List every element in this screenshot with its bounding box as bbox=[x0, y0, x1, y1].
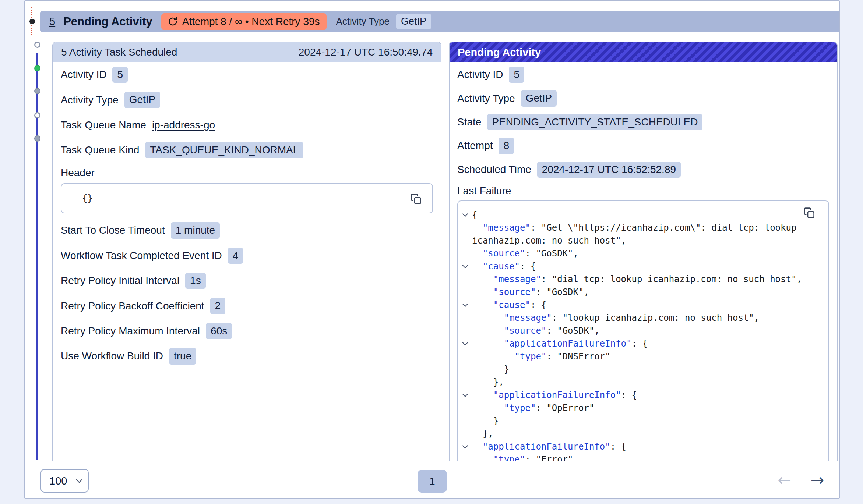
field-label: Attempt bbox=[457, 140, 493, 152]
field-value-badge: 4 bbox=[228, 248, 243, 264]
field-label: Task Queue Name bbox=[61, 119, 146, 131]
timeline-dot-hollow bbox=[34, 42, 40, 48]
code-line: }, bbox=[472, 376, 814, 389]
field-label: State bbox=[457, 116, 481, 128]
copy-failure-button[interactable] bbox=[803, 207, 815, 219]
code-text: "source": "GoSDK", bbox=[472, 326, 600, 336]
code-text: }, bbox=[472, 429, 493, 439]
code-text: }, bbox=[472, 377, 504, 387]
field-row-activity-id: Activity ID 5 bbox=[457, 67, 829, 83]
code-text: "source": "GoSDK", bbox=[472, 248, 578, 259]
field-row-scheduled-time: Scheduled Time 2024-12-17 UTC 16:52:52.8… bbox=[457, 162, 829, 178]
field-row-activity-type: Activity Type GetIP bbox=[61, 92, 433, 108]
code-text: "type": "OpError" bbox=[472, 403, 594, 413]
code-line: } bbox=[472, 415, 814, 427]
collapse-chevron-icon[interactable] bbox=[462, 392, 468, 397]
field-row-retry-backoff: Retry Policy Backoff Coefficient 2 bbox=[61, 298, 433, 314]
code-text: "type": "Error" bbox=[472, 454, 573, 461]
field-label: Start To Close Timeout bbox=[61, 224, 165, 236]
code-line: "source": "GoSDK", bbox=[472, 247, 814, 260]
last-failure-block: { "message": "Get \"https://icanhazip.co… bbox=[457, 200, 829, 461]
event-detail-header: 5 Activity Task Scheduled 2024-12-17 UTC… bbox=[53, 42, 441, 62]
collapse-chevron-icon[interactable] bbox=[462, 212, 468, 217]
header-section-label: Header bbox=[61, 167, 433, 179]
event-history-card: 5 Pending Activity Attempt 8 / ∞ • Next … bbox=[24, 0, 840, 499]
code-line: "applicationFailureInfo": { bbox=[472, 440, 814, 453]
pending-activity-header: Pending Activity bbox=[450, 42, 837, 62]
pending-activity-panel: Pending Activity Activity ID 5 Activity … bbox=[449, 42, 838, 461]
field-label: Workflow Task Completed Event ID bbox=[61, 250, 222, 262]
code-text: "source": "GoSDK", bbox=[472, 287, 589, 297]
field-label: Retry Policy Maximum Interval bbox=[61, 325, 200, 337]
timeline-dot-hollow bbox=[34, 112, 40, 118]
field-row-use-build-id: Use Workflow Build ID true bbox=[61, 348, 433, 364]
code-text: "message": "lookup icanhazip.com: no suc… bbox=[472, 313, 759, 323]
event-header-bar[interactable]: 5 Pending Activity Attempt 8 / ∞ • Next … bbox=[40, 11, 839, 32]
task-queue-link[interactable]: ip-address-go bbox=[152, 119, 215, 131]
event-detail-panel: 5 Activity Task Scheduled 2024-12-17 UTC… bbox=[52, 42, 441, 461]
code-line: { bbox=[472, 209, 814, 221]
code-line: "type": "Error" bbox=[472, 453, 814, 461]
field-label: Activity Type bbox=[61, 94, 119, 106]
code-text: } bbox=[472, 416, 499, 426]
current-page-button[interactable]: 1 bbox=[418, 470, 447, 493]
code-line: "type": "OpError" bbox=[472, 402, 814, 415]
field-value-badge: 5 bbox=[112, 67, 128, 83]
copy-header-button[interactable] bbox=[410, 193, 422, 205]
field-label: Retry Policy Initial Interval bbox=[61, 275, 179, 287]
code-line: "message": "Get \"https://icanhazip.com\… bbox=[472, 221, 814, 247]
next-page-arrow-icon[interactable]: → bbox=[810, 471, 824, 489]
code-line: "cause": { bbox=[472, 299, 814, 312]
pagination-bar: 100 1 ← → bbox=[25, 461, 839, 498]
collapse-chevron-icon[interactable] bbox=[462, 340, 468, 346]
code-line: } bbox=[472, 363, 814, 376]
last-failure-code[interactable]: { "message": "Get \"https://icanhazip.co… bbox=[458, 201, 828, 461]
header-payload-box: {} bbox=[61, 183, 433, 213]
retry-badge-text: Attempt 8 / ∞ • Next Retry 39s bbox=[182, 16, 320, 28]
field-row-task-queue-kind: Task Queue Kind TASK_QUEUE_KIND_NORMAL bbox=[61, 142, 433, 158]
event-detail-timestamp: 2024-12-17 UTC 16:50:49.74 bbox=[299, 46, 433, 58]
field-label: Task Queue Kind bbox=[61, 144, 139, 156]
event-id-link[interactable]: 5 bbox=[49, 15, 55, 28]
copy-icon bbox=[803, 207, 815, 219]
code-text: } bbox=[472, 364, 509, 375]
activity-type-badge: GetIP bbox=[396, 14, 431, 29]
field-row-activity-id: Activity ID 5 bbox=[61, 67, 433, 83]
field-row-retry-initial-interval: Retry Policy Initial Interval 1s bbox=[61, 273, 433, 289]
retry-refresh-icon bbox=[168, 17, 178, 26]
timeline-dot-success bbox=[34, 65, 40, 71]
code-line: }, bbox=[472, 427, 814, 440]
code-line: "applicationFailureInfo": { bbox=[472, 337, 814, 350]
code-line: "message": "lookup icanhazip.com: no suc… bbox=[472, 312, 814, 324]
pending-activity-body: Activity ID 5 Activity Type GetIP State … bbox=[450, 62, 837, 461]
collapse-chevron-icon[interactable] bbox=[462, 263, 468, 269]
field-label: Activity ID bbox=[61, 69, 106, 81]
code-text: "type": "DNSError" bbox=[472, 351, 610, 362]
code-line: "applicationFailureInfo": { bbox=[472, 389, 814, 402]
field-value-badge: true bbox=[169, 348, 196, 364]
code-line: "type": "DNSError" bbox=[472, 350, 814, 363]
field-value-badge: 5 bbox=[509, 67, 524, 83]
field-row-task-queue-name: Task Queue Name ip-address-go bbox=[61, 117, 433, 133]
last-failure-label: Last Failure bbox=[457, 185, 829, 197]
event-detail-title: 5 Activity Task Scheduled bbox=[61, 46, 177, 58]
field-label: Use Workflow Build ID bbox=[61, 350, 163, 362]
collapse-chevron-icon[interactable] bbox=[462, 443, 468, 449]
field-value-badge: GetIP bbox=[124, 92, 161, 108]
code-text: "applicationFailureInfo": { bbox=[472, 390, 637, 400]
field-row-start-to-close: Start To Close Timeout 1 minute bbox=[61, 222, 433, 238]
page-size-select[interactable]: 100 bbox=[40, 469, 89, 493]
previous-page-arrow-icon[interactable]: ← bbox=[778, 471, 791, 489]
field-label: Retry Policy Backoff Coefficient bbox=[61, 300, 204, 312]
field-row-retry-max-interval: Retry Policy Maximum Interval 60s bbox=[61, 323, 433, 339]
code-text: "cause": { bbox=[472, 300, 546, 310]
field-value-badge: 60s bbox=[206, 323, 232, 339]
field-label: Scheduled Time bbox=[457, 164, 531, 175]
field-value-badge: TASK_QUEUE_KIND_NORMAL bbox=[145, 142, 303, 158]
timeline-current-event-dot bbox=[29, 19, 35, 24]
header-payload-code: {} bbox=[82, 193, 93, 203]
code-line: "source": "GoSDK", bbox=[472, 324, 814, 337]
field-value-badge: PENDING_ACTIVITY_STATE_SCHEDULED bbox=[487, 114, 702, 130]
code-text: "applicationFailureInfo": { bbox=[472, 441, 626, 452]
collapse-chevron-icon[interactable] bbox=[462, 302, 468, 307]
